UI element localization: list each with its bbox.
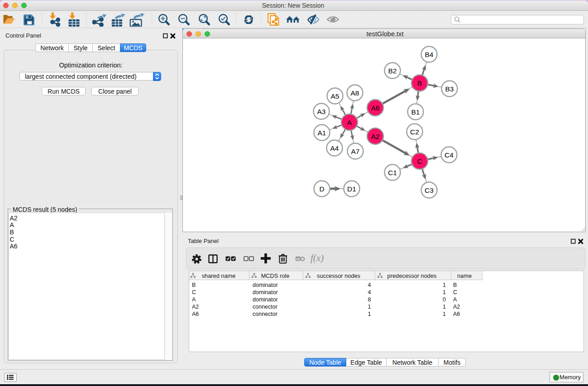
svg-text:A6: A6 (371, 104, 380, 112)
svg-text:D1: D1 (347, 185, 356, 193)
svg-text:C4: C4 (445, 151, 454, 159)
svg-text:D: D (319, 185, 324, 193)
svg-text:A3: A3 (317, 108, 326, 115)
svg-text:A1: A1 (318, 129, 326, 137)
svg-text:B2: B2 (388, 67, 397, 75)
svg-text:C2: C2 (410, 128, 419, 136)
svg-text:A8: A8 (351, 89, 359, 97)
svg-text:A4: A4 (330, 144, 339, 152)
svg-text:C: C (417, 157, 422, 165)
svg-text:A: A (347, 119, 352, 126)
svg-text:B4: B4 (425, 51, 434, 58)
svg-text:C3: C3 (425, 186, 434, 194)
svg-text:B1: B1 (411, 108, 420, 116)
svg-text:A7: A7 (351, 148, 360, 155)
svg-text:B3: B3 (445, 85, 454, 93)
svg-text:B: B (417, 79, 422, 87)
svg-text:C1: C1 (388, 169, 397, 176)
svg-text:A2: A2 (371, 133, 380, 140)
svg-text:A5: A5 (331, 92, 339, 100)
